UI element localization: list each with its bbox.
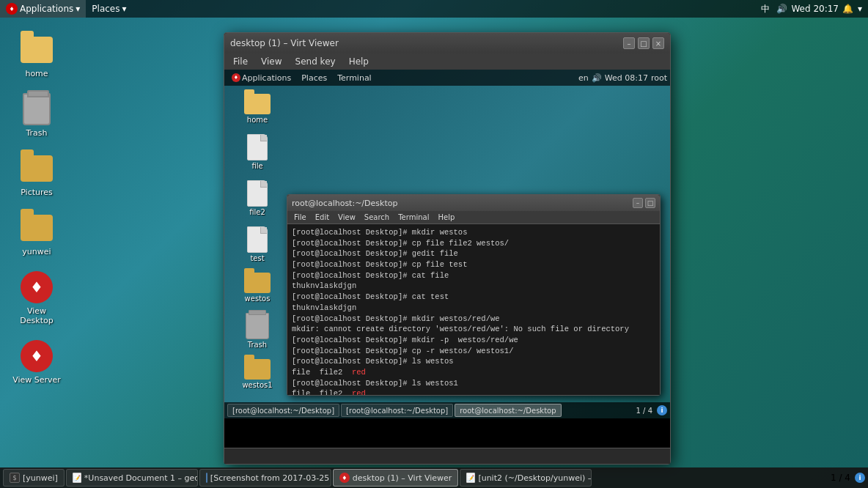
vm-content: ♦ Applications Places Terminal en 🔊: [224, 70, 670, 448]
desktop-icon-view-desktop[interactable]: ♦ View Desktop: [7, 267, 66, 328]
vm-task-1-label: [root@localhost:~/Desktop]: [232, 407, 334, 415]
close-button[interactable]: ×: [652, 37, 664, 49]
terminal-line: [root@localhost Desktop]# gedit file: [292, 248, 655, 259]
notification-icon: 🔔: [842, 2, 855, 15]
os-task-screenshot[interactable]: [Screenshot from 2017-03-25 ...: [199, 469, 331, 487]
os-task-unit2[interactable]: 📝 [unit2 (~/Desktop/yunwei) – ged...: [460, 469, 592, 487]
vm-task-3-label: root@localhost:~/Desktop: [460, 407, 556, 415]
terminal-line: file file2 red: [292, 388, 655, 395]
vm-info-icon[interactable]: i: [657, 405, 667, 415]
vm-places-label: Places: [301, 73, 327, 83]
vm-user: root: [651, 73, 667, 83]
terminal-minimize[interactable]: –: [633, 198, 643, 208]
vm-icon-home[interactable]: home: [228, 92, 287, 126]
terminal-line: [root@localhost Desktop]# cp file file2 …: [292, 238, 655, 249]
vm-locale: en: [578, 73, 589, 83]
os-task-yunwei[interactable]: $ [yunwei]: [3, 469, 65, 487]
task-icon-screenshot: [206, 473, 207, 483]
desktop-icon-pictures[interactable]: Pictures: [7, 148, 66, 200]
desktop-icon-view-server[interactable]: ♦ View Server: [7, 336, 66, 388]
terminal-line: [root@localhost Desktop]# cat file: [292, 270, 655, 281]
redhat-icon: ♦: [6, 3, 18, 15]
chevron-down-icon: ▾: [76, 4, 80, 14]
term-menu-edit[interactable]: Edit: [312, 212, 333, 222]
vm-panel-right: en 🔊 Wed 08:17 root: [578, 73, 667, 83]
task-icon-gedit: 📝: [73, 473, 81, 483]
terminal-titlebar[interactable]: root@localhost:~/Desktop – □: [287, 195, 660, 211]
yunwei-folder-icon: [19, 210, 54, 245]
vm-icon-file2[interactable]: file2: [228, 178, 287, 218]
vm-page-indicator: 1 / 4: [636, 407, 652, 415]
vm-task-2-label: [root@localhost:~/Desktop]: [346, 407, 448, 415]
os-task-screenshot-label: [Screenshot from 2017-03-25 ...: [210, 473, 331, 483]
virt-menu-file[interactable]: File: [227, 55, 254, 68]
terminal-line: thuknvlaskdjgn: [292, 303, 655, 314]
os-task-gedit-label: *Unsaved Document 1 – gedit: [84, 473, 198, 483]
terminal-line: [root@localhost Desktop]# mkdir -p westo…: [292, 335, 655, 346]
desktop-icon-trash[interactable]: Trash: [7, 89, 66, 141]
vm-icon-westos[interactable]: westos: [228, 270, 287, 305]
os-task-virt-label: desktop (1) – Virt Viewer: [353, 473, 452, 483]
vm-terminal-label: Terminal: [337, 73, 372, 83]
panel-left: ♦ Applications ▾ Places ▾: [0, 0, 133, 18]
vm-test-label: test: [250, 254, 264, 262]
terminal-body[interactable]: [root@localhost Desktop]# mkdir westos[r…: [287, 224, 660, 395]
os-task-gedit[interactable]: 📝 *Unsaved Document 1 – gedit: [66, 469, 198, 487]
terminal-maximize[interactable]: □: [645, 198, 655, 208]
vm-places-menu[interactable]: Places: [297, 70, 331, 86]
term-menu-search[interactable]: Search: [361, 212, 393, 222]
term-menu-file[interactable]: File: [290, 212, 310, 222]
clock: Wed 20:17: [791, 4, 839, 14]
virt-viewer-window: desktop (1) – Virt Viewer – □ × File Vie…: [224, 32, 671, 465]
terminal-line: [root@localhost Desktop]# mkdir westos/r…: [292, 314, 655, 325]
virt-menu-view[interactable]: View: [255, 55, 287, 68]
virt-menu-help[interactable]: Help: [343, 55, 375, 68]
virt-menu-sendkey[interactable]: Send key: [290, 55, 342, 68]
vm-applications-menu[interactable]: ♦ Applications: [227, 70, 295, 86]
chevron-down-icon3: ▾: [858, 4, 862, 14]
vm-applications-label: Applications: [242, 73, 291, 83]
term-menu-view[interactable]: View: [334, 212, 359, 222]
terminal-line: file file2 red: [292, 367, 655, 378]
os-task-unit2-label: [unit2 (~/Desktop/yunwei) – ged...: [478, 473, 592, 483]
os-task-right: 1 / 4 i: [831, 473, 865, 483]
terminal-menu: File Edit View Search Terminal Help: [287, 211, 660, 224]
desktop-icon-yunwei[interactable]: yunwei: [7, 207, 66, 259]
yunwei-label: yunwei: [22, 247, 51, 256]
vm-home-label: home: [247, 116, 268, 124]
os-task-yunwei-label: [yunwei]: [23, 473, 58, 483]
os-page-indicator: 1 / 4: [831, 473, 850, 483]
vm-file2-label: file2: [249, 208, 265, 216]
terminal-line: thuknvlaskdjgn: [292, 281, 655, 292]
applications-menu[interactable]: ♦ Applications ▾: [0, 0, 86, 18]
view-server-label: View Server: [12, 375, 61, 385]
pictures-label: Pictures: [21, 188, 53, 197]
minimize-button[interactable]: –: [623, 37, 635, 49]
vm-icon-test[interactable]: test: [228, 224, 287, 265]
os-info-icon[interactable]: i: [855, 473, 865, 483]
vm-panel-left: ♦ Applications Places Terminal: [227, 70, 376, 86]
term-menu-help[interactable]: Help: [434, 212, 458, 222]
places-menu[interactable]: Places ▾: [86, 0, 132, 18]
trash-label: Trash: [26, 128, 47, 138]
vm-task-2[interactable]: [root@localhost:~/Desktop]: [341, 404, 453, 417]
terminal-line: [root@localhost Desktop]# cat test: [292, 292, 655, 303]
vm-trash-icon: [246, 313, 269, 339]
applications-label: Applications: [20, 4, 73, 14]
desktop-icon-home[interactable]: home: [7, 29, 66, 81]
maximize-button[interactable]: □: [638, 37, 650, 49]
window-controls: – □ ×: [623, 37, 664, 49]
term-menu-terminal[interactable]: Terminal: [394, 212, 433, 222]
vm-icon-file[interactable]: file: [228, 132, 287, 172]
volume-icon: 🔊: [775, 2, 788, 15]
virt-bottom-bar: [224, 448, 670, 464]
vm-icon-westos1[interactable]: westos1: [228, 357, 287, 391]
vm-terminal-item[interactable]: Terminal: [333, 70, 376, 86]
vm-task-3[interactable]: root@localhost:~/Desktop: [455, 404, 561, 417]
trash-icon: [19, 92, 54, 127]
vm-home-folder-icon: [244, 94, 271, 114]
vm-task-1[interactable]: [root@localhost:~/Desktop]: [227, 404, 339, 417]
os-task-virt[interactable]: ♦ desktop (1) – Virt Viewer: [333, 469, 459, 487]
virt-titlebar[interactable]: desktop (1) – Virt Viewer – □ ×: [224, 33, 670, 53]
vm-icon-trash[interactable]: Trash: [228, 311, 287, 351]
